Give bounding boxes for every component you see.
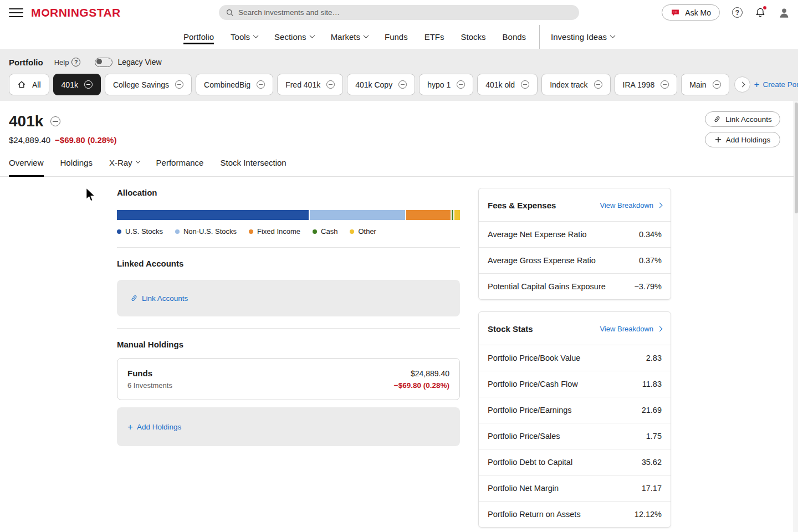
allocation-segment xyxy=(452,210,453,220)
add-holdings-button[interactable]: Add Holdings xyxy=(705,132,780,147)
stat-label: Portfolio Price/Sales xyxy=(488,432,560,441)
legend-item: Cash xyxy=(313,227,337,236)
nav-item[interactable]: Portfolio xyxy=(183,25,214,49)
nav-item[interactable]: Investing Ideas xyxy=(539,25,615,49)
nav-item[interactable]: Bonds xyxy=(503,25,526,49)
fees-view-breakdown-link[interactable]: View Breakdown xyxy=(600,201,662,209)
scrollbar-thumb[interactable] xyxy=(795,103,798,213)
link-accounts-link-label: Link Accounts xyxy=(142,294,188,303)
tab[interactable]: Holdings xyxy=(60,158,93,177)
logo-o-ring-icon xyxy=(42,9,49,17)
nav-item-label: Investing Ideas xyxy=(551,32,607,42)
view-breakdown-label: View Breakdown xyxy=(600,201,653,209)
help-icon[interactable] xyxy=(732,7,743,18)
link-icon xyxy=(713,115,721,123)
tab[interactable]: Stock Intersection xyxy=(220,158,286,177)
nav-item-label: Sections xyxy=(274,32,306,42)
global-search[interactable] xyxy=(219,5,579,20)
logo-text-pre: M xyxy=(31,6,41,19)
chevron-down-icon xyxy=(364,33,369,38)
portfolio-chip[interactable]: 401k Copy xyxy=(347,74,415,95)
portfolio-change: −$69.80 (0.28%) xyxy=(55,135,116,145)
ask-mo-button[interactable]: Ask Mo xyxy=(662,4,720,21)
remove-chip-icon[interactable] xyxy=(326,80,335,89)
add-holdings-link[interactable]: + Add Holdings xyxy=(127,422,181,432)
portfolio-chip[interactable]: IRA 1998 xyxy=(615,74,678,95)
chevron-right-icon xyxy=(739,82,745,88)
portfolio-value: $24,889.40 xyxy=(9,135,50,145)
legend-item: U.S. Stocks xyxy=(117,227,163,236)
chip-label: Fred 401k xyxy=(285,80,320,89)
allocation-segment xyxy=(117,210,309,220)
nav-item[interactable]: Funds xyxy=(385,25,408,49)
morningstar-logo[interactable]: MRNINGSTAR xyxy=(31,6,121,19)
portfolio-title: 401k xyxy=(9,112,43,131)
portfolio-chip[interactable]: Main xyxy=(681,74,729,95)
nav-item[interactable]: Stocks xyxy=(461,25,486,49)
stat-label: Average Gross Expense Ratio xyxy=(488,256,596,265)
portfolio-chip[interactable]: All xyxy=(9,74,49,95)
legend-item: Non-U.S. Stocks xyxy=(175,227,237,236)
chip-label: 401k Copy xyxy=(355,80,392,89)
legend-dot-icon xyxy=(175,229,180,234)
user-avatar-icon[interactable] xyxy=(778,7,790,19)
nav-item-label: Funds xyxy=(385,32,408,42)
tab[interactable]: Overview xyxy=(9,158,44,177)
holding-group-row[interactable]: Funds 6 Investments $24,889.40 −$69.80 (… xyxy=(117,358,460,400)
legend-label: Non-U.S. Stocks xyxy=(183,227,237,236)
link-accounts-label: Link Accounts xyxy=(725,115,771,124)
stat-label: Portfolio Return on Assets xyxy=(488,510,581,519)
stat-value: −3.79% xyxy=(634,282,662,291)
nav-item-label: Markets xyxy=(331,32,360,42)
chevron-down-icon xyxy=(309,33,315,38)
remove-portfolio-icon[interactable] xyxy=(50,116,60,126)
portfolio-chip[interactable]: hypo 1 xyxy=(419,74,473,95)
remove-chip-icon[interactable] xyxy=(84,80,93,89)
strip-title: Portfolio xyxy=(9,58,43,67)
help-link[interactable]: Help xyxy=(54,58,81,66)
chips-scroll-next-button[interactable] xyxy=(734,76,750,93)
chevron-down-icon xyxy=(253,33,259,38)
portfolio-chip[interactable]: Index track xyxy=(541,74,610,95)
remove-chip-icon[interactable] xyxy=(713,80,721,89)
search-input[interactable] xyxy=(238,8,572,17)
notifications-bell-icon[interactable] xyxy=(755,7,766,18)
stat-value: 0.37% xyxy=(639,256,662,265)
tab[interactable]: Performance xyxy=(156,158,204,177)
nav-item[interactable]: Tools xyxy=(231,25,258,49)
link-accounts-link[interactable]: Link Accounts xyxy=(130,294,188,303)
remove-chip-icon[interactable] xyxy=(175,80,183,89)
chip-label: hypo 1 xyxy=(427,80,451,89)
chip-label: College Savings xyxy=(113,80,169,89)
view-breakdown-label: View Breakdown xyxy=(600,325,653,333)
legacy-view-toggle[interactable] xyxy=(95,58,112,67)
remove-chip-icon[interactable] xyxy=(457,80,465,89)
allocation-bar-chart xyxy=(117,210,460,220)
manual-holdings-title: Manual Holdings xyxy=(117,340,460,349)
remove-chip-icon[interactable] xyxy=(521,80,529,89)
remove-chip-icon[interactable] xyxy=(257,80,265,89)
nav-item[interactable]: Markets xyxy=(331,25,368,49)
create-portfolio-button[interactable]: + Create Portfolio xyxy=(754,80,798,89)
stock-stats-view-breakdown-link[interactable]: View Breakdown xyxy=(600,325,662,333)
portfolio-chip[interactable]: 401k xyxy=(53,74,101,95)
tab[interactable]: X-Ray xyxy=(109,158,140,177)
stat-value: 12.12% xyxy=(635,510,662,519)
remove-chip-icon[interactable] xyxy=(661,80,669,89)
portfolio-chip[interactable]: Fred 401k xyxy=(277,74,343,95)
portfolio-chip[interactable]: 401k old xyxy=(477,74,538,95)
hamburger-menu-icon[interactable] xyxy=(9,7,23,18)
page-scrollbar[interactable] xyxy=(794,101,798,532)
link-accounts-button[interactable]: Link Accounts xyxy=(705,111,780,127)
nav-item[interactable]: ETFs xyxy=(424,25,444,49)
stat-row: Portfolio Net Margin 17.17 xyxy=(479,475,671,501)
portfolio-chip[interactable]: CombinedBig xyxy=(196,74,273,95)
portfolio-chip[interactable]: College Savings xyxy=(105,74,192,95)
legend-label: Other xyxy=(358,227,376,236)
allocation-segment xyxy=(310,210,405,220)
plus-icon: + xyxy=(754,80,760,89)
nav-item[interactable]: Sections xyxy=(274,25,314,49)
remove-chip-icon[interactable] xyxy=(398,80,407,89)
fees-card-title: Fees & Expenses xyxy=(488,201,556,210)
remove-chip-icon[interactable] xyxy=(594,80,602,89)
